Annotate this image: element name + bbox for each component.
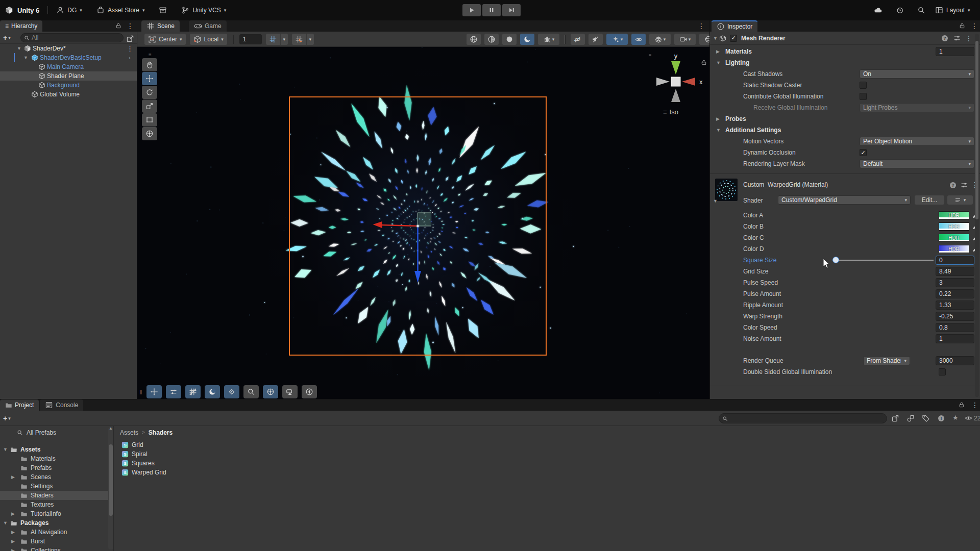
foldout-icon[interactable]: ▶: [11, 511, 15, 516]
property-value-field[interactable]: 3: [936, 278, 974, 287]
play-button[interactable]: [462, 4, 481, 16]
favorites-star-icon[interactable]: ★: [952, 414, 959, 421]
shader-list-button[interactable]: ▾: [947, 195, 973, 205]
search-icon[interactable]: [917, 6, 925, 14]
project-search-input[interactable]: [719, 413, 887, 423]
skybox-toggle[interactable]: [520, 34, 534, 45]
project-folder-packages[interactable]: ▼Packages: [0, 518, 108, 528]
shading-mode-dropdown[interactable]: [467, 34, 481, 45]
view-options-toggle[interactable]: [205, 385, 220, 398]
create-add-button[interactable]: +▾: [3, 414, 11, 422]
render-queue-value-field[interactable]: 3000: [936, 356, 974, 365]
foldout-icon[interactable]: ▶: [11, 530, 15, 535]
account-menu[interactable]: DG▾: [56, 6, 82, 14]
scene-visibility-toggle[interactable]: [631, 34, 646, 45]
project-folder-ai-navigation[interactable]: ▶AI Navigation: [0, 528, 108, 537]
lock-icon[interactable]: [115, 22, 121, 29]
foldout-icon[interactable]: ▶: [11, 548, 15, 551]
shader-dropdown[interactable]: Custom/WarpedGrid▾: [778, 195, 911, 205]
foldout-icon[interactable]: ▼: [3, 520, 8, 525]
kebab-menu-icon[interactable]: ⋮: [698, 22, 705, 30]
search-overlay-toggle[interactable]: [243, 385, 259, 398]
project-folder-shaders[interactable]: Shaders: [0, 491, 108, 500]
tab-hierarchy[interactable]: ≡ Hierarchy: [0, 20, 42, 32]
unity-vcs-menu[interactable]: Unity VCS▾: [181, 6, 226, 14]
overlay-drag-handle[interactable]: ≡: [142, 52, 158, 58]
hierarchy-item-main-camera[interactable]: Main Camera: [0, 62, 137, 71]
static-shadow-caster-checkbox[interactable]: [860, 82, 867, 89]
color-swatch[interactable]: HDR: [939, 222, 969, 231]
contribute-global-illumination-checkbox[interactable]: [860, 93, 867, 100]
kebab-menu-icon[interactable]: ⋮: [127, 22, 134, 30]
transform-tool[interactable]: [142, 127, 157, 140]
tool-settings-toggle[interactable]: [166, 385, 181, 398]
project-tree-scrollbar[interactable]: ▲ ▼: [108, 427, 113, 549]
step-button[interactable]: [502, 4, 521, 16]
scene-viewport[interactable]: [137, 47, 709, 399]
lighting-toggle[interactable]: [484, 34, 499, 45]
2d-view-toggle[interactable]: 2D: [571, 34, 585, 45]
tools-overlay-toggle[interactable]: [146, 385, 162, 398]
camera-settings-dropdown[interactable]: ▾: [674, 34, 696, 45]
foldout-icon[interactable]: ▶: [716, 116, 720, 121]
receive-global-illumination-dropdown[interactable]: Light Probes▾: [860, 103, 974, 112]
property-value-field[interactable]: 0: [936, 256, 974, 265]
projection-mode-toggle[interactable]: ≡ Iso: [663, 108, 678, 116]
layout-menu[interactable]: Layout▾: [935, 0, 970, 20]
grid-visibility-toggle[interactable]: [185, 385, 201, 398]
property-value-field[interactable]: 1: [936, 334, 974, 343]
help-icon[interactable]: ?: [949, 181, 957, 189]
material-header[interactable]: Custom_WarpedGrid (Material) ? ⋮ ▼ Shade…: [710, 176, 980, 210]
property-value-field[interactable]: -0.25: [936, 312, 974, 321]
slider-handle[interactable]: [832, 257, 839, 263]
ambient-occlusion-toggle[interactable]: [502, 34, 517, 45]
scale-tool[interactable]: [142, 99, 157, 113]
asset-file-spiral[interactable]: SSpiral: [114, 449, 980, 459]
property-value-field[interactable]: 1.33: [936, 300, 974, 310]
picker-icon[interactable]: [126, 35, 134, 43]
breadcrumb-current[interactable]: Shaders: [149, 429, 173, 436]
project-folder-materials[interactable]: Materials: [0, 454, 108, 463]
component-enabled-checkbox[interactable]: ✓: [730, 35, 737, 42]
favorites-all-prefabs[interactable]: All Prefabs: [0, 428, 108, 437]
project-folder-prefabs[interactable]: Prefabs: [0, 463, 108, 472]
view-tool[interactable]: [142, 58, 157, 71]
render-queue-mode-dropdown[interactable]: From Shader▾: [863, 356, 910, 365]
hierarchy-search-input[interactable]: All: [20, 33, 124, 42]
foldout-icon[interactable]: ▼: [3, 447, 8, 452]
project-folder-collections[interactable]: ▶Collections: [0, 546, 108, 551]
hierarchy-item-shaderdev-[interactable]: ▼ShaderDev*⋮: [0, 44, 137, 53]
tool-handle-rotation-dropdown[interactable]: Local▾: [190, 34, 227, 45]
asset-file-grid[interactable]: SGrid: [114, 440, 980, 449]
foldout-icon[interactable]: ▼: [716, 60, 721, 65]
materials-count-field[interactable]: 1: [936, 47, 974, 56]
tab-inspector[interactable]: Inspector: [712, 20, 757, 32]
overlay-drag-handle[interactable]: ‖: [139, 388, 142, 396]
foldout-icon[interactable]: ▼: [17, 46, 21, 51]
foldout-icon[interactable]: ▼: [23, 55, 28, 60]
tab-scene[interactable]: Scene: [141, 20, 180, 32]
pause-button[interactable]: [482, 4, 501, 16]
foldout-icon[interactable]: ▶: [11, 539, 15, 544]
project-folder-assets[interactable]: ▼Assets: [0, 445, 108, 454]
search-by-type-icon[interactable]: [906, 414, 915, 422]
foldout-icon[interactable]: ▶: [716, 49, 720, 54]
kebab-menu-icon[interactable]: ⋮: [971, 402, 978, 409]
lock-icon[interactable]: [959, 402, 965, 408]
color-swatch[interactable]: HDR: [939, 234, 969, 242]
asset-file-squares[interactable]: SSquares: [114, 459, 980, 468]
foldout-icon[interactable]: ▼: [712, 36, 719, 41]
rotate-tool[interactable]: [142, 86, 157, 99]
presets-icon[interactable]: [953, 34, 961, 42]
hidden-count-toggle[interactable]: 22: [965, 414, 980, 422]
project-folder-scenes[interactable]: ▶Scenes: [0, 472, 108, 482]
tab-game[interactable]: Game: [189, 20, 227, 32]
help-icon[interactable]: ?: [941, 34, 949, 42]
asset-file-warped-grid[interactable]: SWarped Grid: [114, 468, 980, 477]
gizmos-overlay-toggle[interactable]: [224, 385, 239, 398]
shader-edit-button[interactable]: Edit...: [915, 195, 944, 205]
prefab-open-arrow[interactable]: ›: [129, 55, 131, 61]
dynamic-occlusion-checkbox[interactable]: ✓: [860, 149, 867, 156]
cameras-overlay-toggle[interactable]: [282, 385, 298, 398]
debug-draw-dropdown[interactable]: ▾: [538, 34, 559, 45]
